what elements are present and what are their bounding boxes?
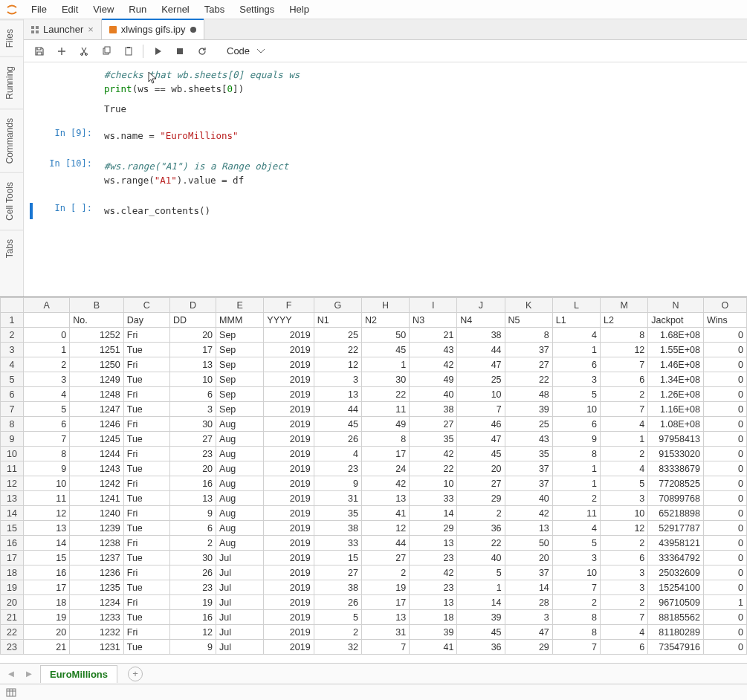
- cell[interactable]: 1241: [70, 491, 124, 506]
- cell[interactable]: 32: [314, 640, 361, 655]
- menu-settings[interactable]: Settings: [232, 0, 282, 19]
- cell[interactable]: 1.55E+08: [648, 343, 704, 357]
- cell[interactable]: 29: [457, 491, 505, 506]
- cell[interactable]: 38: [314, 580, 361, 595]
- cell[interactable]: 2019: [264, 595, 314, 610]
- add-cell-button[interactable]: [52, 42, 71, 60]
- cell[interactable]: 0: [703, 551, 746, 565]
- cell[interactable]: 30: [169, 417, 216, 432]
- cell[interactable]: 52917787: [648, 521, 704, 536]
- cell[interactable]: 1: [361, 357, 409, 372]
- cell[interactable]: 10: [410, 476, 457, 491]
- cell[interactable]: 24: [361, 461, 409, 476]
- paste-button[interactable]: [119, 42, 138, 60]
- cell[interactable]: 22: [457, 536, 505, 551]
- cell[interactable]: Aug: [216, 506, 264, 521]
- cell[interactable]: 25: [314, 328, 361, 343]
- cell[interactable]: 2019: [264, 476, 314, 491]
- row-header[interactable]: 19: [1, 580, 24, 595]
- cell[interactable]: 12: [601, 343, 648, 357]
- cell[interactable]: 33: [410, 491, 457, 506]
- cell[interactable]: 7: [601, 402, 648, 417]
- cell[interactable]: 50: [361, 328, 409, 343]
- cell[interactable]: 2: [552, 595, 600, 610]
- cell[interactable]: 27: [410, 417, 457, 432]
- cell[interactable]: 33: [314, 536, 361, 551]
- cell[interactable]: 0: [24, 328, 70, 343]
- cell[interactable]: 1252: [70, 328, 124, 343]
- cell[interactable]: 6: [169, 521, 216, 536]
- row-header[interactable]: 21: [1, 610, 24, 625]
- cell[interactable]: 39: [410, 625, 457, 640]
- cell[interactable]: 1238: [70, 536, 124, 551]
- cell[interactable]: 27: [361, 551, 409, 565]
- cell[interactable]: Tue: [123, 402, 169, 417]
- cell[interactable]: 1237: [70, 551, 124, 565]
- col-header[interactable]: H: [361, 298, 409, 313]
- cell[interactable]: 16: [169, 610, 216, 625]
- cell[interactable]: 25: [457, 372, 505, 387]
- cell[interactable]: 2: [601, 536, 648, 551]
- cell[interactable]: 8: [552, 625, 600, 640]
- cell[interactable]: 4: [552, 521, 600, 536]
- cell[interactable]: 23: [410, 580, 457, 595]
- row-header[interactable]: 4: [1, 357, 24, 372]
- cell[interactable]: 37: [505, 343, 552, 357]
- cell[interactable]: 22: [314, 343, 361, 357]
- cell[interactable]: 1.68E+08: [648, 328, 704, 343]
- cell[interactable]: 2019: [264, 640, 314, 655]
- menu-edit[interactable]: Edit: [54, 0, 85, 19]
- cell[interactable]: 20: [169, 461, 216, 476]
- cell[interactable]: 45: [314, 417, 361, 432]
- sidebar-tab-celltools[interactable]: Cell Tools: [0, 172, 23, 230]
- cell[interactable]: 88185562: [648, 610, 704, 625]
- sidebar-tab-commands[interactable]: Commands: [0, 108, 23, 172]
- row-header[interactable]: 6: [1, 387, 24, 402]
- cell[interactable]: 0: [703, 536, 746, 551]
- col-header[interactable]: O: [703, 298, 746, 313]
- cell[interactable]: 5: [601, 476, 648, 491]
- cell-9[interactable]: In [9]: ws.name = "EuroMillions": [24, 126, 747, 146]
- row-header[interactable]: 15: [1, 521, 24, 536]
- cell[interactable]: 27: [169, 432, 216, 447]
- cell[interactable]: Sep: [216, 343, 264, 357]
- sidebar-tab-running[interactable]: Running: [0, 56, 23, 108]
- row-header[interactable]: 9: [1, 432, 24, 447]
- cell[interactable]: 15254100: [648, 580, 704, 595]
- cell[interactable]: 2019: [264, 625, 314, 640]
- cell[interactable]: 4: [552, 328, 600, 343]
- cell[interactable]: 10: [552, 565, 600, 580]
- add-sheet-button[interactable]: +: [128, 667, 143, 681]
- row-header[interactable]: 16: [1, 536, 24, 551]
- cell[interactable]: 8: [601, 328, 648, 343]
- cell[interactable]: 0: [703, 417, 746, 432]
- cell[interactable]: 45: [457, 625, 505, 640]
- sheet-tab-active[interactable]: EuroMillions: [40, 665, 117, 683]
- cell[interactable]: No.: [70, 313, 124, 328]
- cell[interactable]: 43: [410, 343, 457, 357]
- row-header[interactable]: 7: [1, 402, 24, 417]
- cell[interactable]: 0: [703, 372, 746, 387]
- cell[interactable]: 26: [169, 565, 216, 580]
- cell[interactable]: Aug: [216, 432, 264, 447]
- cell[interactable]: 1239: [70, 521, 124, 536]
- cell[interactable]: 12: [361, 521, 409, 536]
- cell[interactable]: 5: [314, 610, 361, 625]
- cell[interactable]: 4: [601, 461, 648, 476]
- cell[interactable]: YYYY: [264, 313, 314, 328]
- cell[interactable]: 73547916: [648, 640, 704, 655]
- cell[interactable]: 1.16E+08: [648, 402, 704, 417]
- row-header[interactable]: 1: [1, 313, 24, 328]
- cell[interactable]: 27: [457, 476, 505, 491]
- cell[interactable]: Fri: [123, 447, 169, 461]
- cell[interactable]: 2019: [264, 551, 314, 565]
- row-header[interactable]: 5: [1, 372, 24, 387]
- cell[interactable]: Fri: [123, 536, 169, 551]
- col-header[interactable]: N: [648, 298, 704, 313]
- cell[interactable]: 81180289: [648, 625, 704, 640]
- cell[interactable]: DD: [169, 313, 216, 328]
- cell[interactable]: Fri: [123, 506, 169, 521]
- sheet-grid[interactable]: ABCDEFGHIJKLMNO 1No.DayDDMMMYYYYN1N2N3N4…: [0, 297, 747, 655]
- cell[interactable]: 19: [169, 595, 216, 610]
- cell[interactable]: 43958121: [648, 536, 704, 551]
